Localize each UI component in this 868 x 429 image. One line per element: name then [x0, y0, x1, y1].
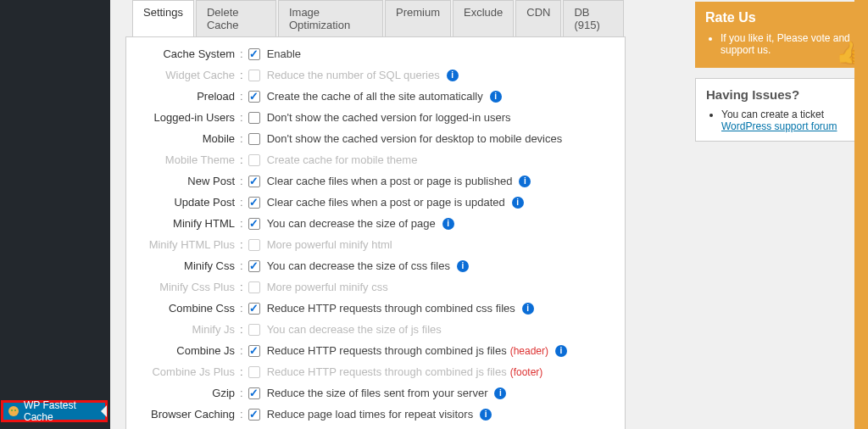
checkbox-minify-css[interactable]	[248, 260, 260, 272]
setting-row-logged-in: Logged-in Users:Don't show the cached ve…	[138, 109, 613, 125]
checkbox-mobile[interactable]	[248, 133, 260, 145]
checkbox-minify-js[interactable]	[248, 324, 260, 336]
rate-us-title: Rate Us	[705, 10, 854, 25]
checkbox-gzip[interactable]	[248, 387, 260, 399]
settings-form: Cache System:EnableWidget Cache:Reduce t…	[125, 36, 626, 429]
setting-desc: Create the cache of all the site automat…	[267, 91, 483, 102]
info-icon[interactable]: i	[490, 91, 502, 103]
info-icon[interactable]: i	[522, 303, 534, 315]
setting-row-preload: Preload:Create the cache of all the site…	[138, 88, 613, 104]
checkbox-minify-css-plus[interactable]	[248, 281, 260, 293]
setting-label: Logged-in Users	[138, 112, 238, 123]
setting-desc: You can decrease the size of js files	[267, 324, 442, 335]
info-icon[interactable]: i	[494, 387, 506, 399]
setting-suffix: (header)	[510, 346, 548, 356]
setting-row-cache-system: Cache System:Enable	[138, 46, 613, 62]
chevron-left-icon	[101, 405, 107, 417]
svg-point-0	[8, 406, 19, 416]
setting-row-combine-js: Combine Js:Reduce HTTP requests through …	[138, 343, 613, 359]
setting-label: Combine Css	[138, 303, 238, 314]
info-icon[interactable]: i	[519, 176, 531, 187]
checkbox-minify-html-plus[interactable]	[248, 239, 260, 251]
support-forum-link[interactable]: WordPress support forum	[721, 120, 837, 132]
checkbox-update-post[interactable]	[248, 197, 260, 209]
info-icon[interactable]: i	[512, 197, 524, 209]
setting-row-gzip: Gzip:Reduce the size of files sent from …	[138, 385, 613, 401]
checkbox-minify-html[interactable]	[248, 218, 260, 230]
setting-label: Combine Js Plus	[138, 366, 238, 377]
tabs-bar: SettingsDelete CacheImage OptimizationPr…	[132, 0, 626, 36]
setting-row-widget-cache: Widget Cache:Reduce the number of SQL qu…	[138, 67, 613, 83]
info-icon[interactable]: i	[457, 260, 469, 272]
checkbox-mobile-theme[interactable]	[248, 154, 260, 166]
setting-desc: Don't show the cached version for deskto…	[267, 133, 563, 144]
setting-desc: Reduce HTTP requests through combined cs…	[267, 303, 515, 314]
setting-suffix: (footer)	[510, 367, 543, 377]
setting-label: Browser Caching	[138, 409, 238, 420]
tab-premium[interactable]: Premium	[385, 0, 451, 36]
checkbox-combine-js[interactable]	[248, 345, 260, 357]
issues-title: Having Issues?	[706, 87, 854, 102]
setting-row-browser-caching: Browser Caching:Reduce page load times f…	[138, 406, 613, 422]
checkbox-browser-caching[interactable]	[248, 409, 260, 421]
setting-desc: You can decrease the size of css files	[267, 260, 450, 271]
setting-row-minify-html-plus: Minify HTML Plus:More powerful minify ht…	[138, 237, 613, 253]
info-icon[interactable]: i	[480, 409, 492, 421]
sidebar-item-wp-fastest-cache[interactable]: WP Fastest Cache	[1, 400, 108, 422]
sidebar-item-label: WP Fastest Cache	[24, 399, 105, 423]
setting-label: New Post	[138, 176, 238, 187]
checkbox-combine-js-plus[interactable]	[248, 366, 260, 378]
info-icon[interactable]: i	[447, 70, 459, 81]
setting-desc: More powerful minify css	[267, 281, 388, 292]
setting-label: Minify Css	[138, 260, 238, 271]
checkbox-cache-system[interactable]	[248, 48, 260, 60]
checkbox-combine-css[interactable]	[248, 303, 260, 315]
tab-exclude[interactable]: Exclude	[453, 0, 514, 36]
setting-desc: Reduce the number of SQL queries	[267, 70, 440, 81]
setting-row-minify-html: Minify HTML:You can decrease the size of…	[138, 215, 613, 231]
checkbox-widget-cache[interactable]	[248, 70, 260, 81]
info-icon[interactable]: i	[442, 218, 454, 230]
setting-desc: Clear cache files when a post or page is…	[267, 197, 505, 208]
tab-image-optimization[interactable]: Image Optimization	[278, 0, 383, 36]
setting-row-combine-css: Combine Css:Reduce HTTP requests through…	[138, 300, 613, 316]
cheetah-icon	[7, 404, 20, 418]
setting-row-mobile-theme: Mobile Theme:Create cache for mobile the…	[138, 152, 613, 168]
setting-label: Minify Js	[138, 324, 238, 335]
checkbox-logged-in[interactable]	[248, 112, 260, 124]
setting-label: Mobile	[138, 133, 238, 144]
checkbox-preload[interactable]	[248, 91, 260, 103]
setting-row-minify-js: Minify Js:You can decrease the size of j…	[138, 321, 613, 337]
setting-desc: Create cache for mobile theme	[267, 154, 418, 165]
setting-label: Update Post	[138, 197, 238, 208]
tab-cdn[interactable]: CDN	[515, 0, 561, 36]
setting-desc: Reduce HTTP requests through combined js…	[267, 345, 507, 356]
setting-label: Minify HTML Plus	[138, 239, 238, 250]
setting-desc: Reduce the size of files sent from your …	[267, 387, 488, 398]
setting-row-new-post: New Post:Clear cache files when a post o…	[138, 173, 613, 189]
setting-label: Gzip	[138, 387, 238, 398]
settings-panel: SettingsDelete CacheImage OptimizationPr…	[125, 0, 626, 429]
setting-label: Combine Js	[138, 345, 238, 356]
tab-db-915-[interactable]: DB (915)	[563, 0, 624, 36]
setting-label: Minify HTML	[138, 218, 238, 229]
setting-desc: Reduce HTTP requests through combined js…	[267, 366, 507, 377]
setting-label: Minify Css Plus	[138, 281, 238, 292]
setting-row-minify-css-plus: Minify Css Plus:More powerful minify css	[138, 279, 613, 295]
tab-settings[interactable]: Settings	[132, 0, 194, 36]
setting-desc: Reduce page load times for repeat visito…	[267, 409, 474, 420]
wp-admin-sidebar: WP Fastest Cache	[0, 0, 110, 429]
setting-label: Cache System	[138, 48, 238, 59]
checkbox-new-post[interactable]	[248, 176, 260, 187]
setting-desc: You can decrease the size of page	[267, 218, 436, 229]
issues-text: You can create a ticket WordPress suppor…	[721, 109, 854, 132]
svg-point-1	[11, 410, 13, 411]
tab-delete-cache[interactable]: Delete Cache	[196, 0, 276, 36]
setting-desc: More powerful minify html	[267, 239, 392, 250]
right-edge-strip	[854, 0, 868, 429]
setting-row-combine-js-plus: Combine Js Plus:Reduce HTTP requests thr…	[138, 364, 613, 380]
info-icon[interactable]: i	[555, 345, 567, 357]
setting-label: Preload	[138, 91, 238, 102]
svg-point-2	[14, 410, 16, 411]
setting-desc: Don't show the cached version for logged…	[267, 112, 511, 123]
